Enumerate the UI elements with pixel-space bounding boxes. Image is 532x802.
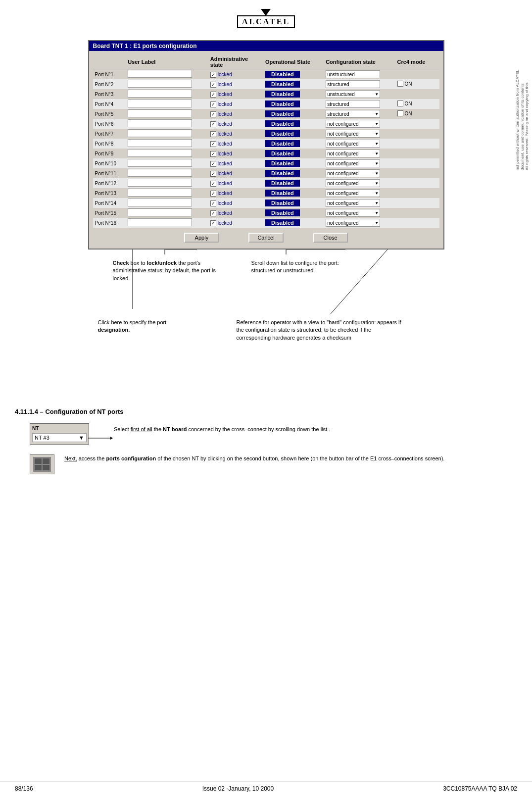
cancel-button[interactable]: Cancel xyxy=(248,233,283,243)
config-state-select[interactable]: not configured▼ xyxy=(326,179,380,187)
user-label-input[interactable] xyxy=(128,169,192,177)
config-dropdown-arrow[interactable]: ▼ xyxy=(375,191,379,196)
config-state-select[interactable]: not configured▼ xyxy=(326,150,380,157)
config-dropdown-arrow[interactable]: ▼ xyxy=(375,201,379,205)
close-button[interactable]: Close xyxy=(313,233,348,243)
op-state-badge: Disabled xyxy=(265,200,300,206)
user-label-input-cell xyxy=(126,79,208,89)
config-dropdown-arrow[interactable]: ▼ xyxy=(375,171,379,176)
user-label-input[interactable] xyxy=(128,80,192,88)
user-label-input[interactable] xyxy=(128,218,192,226)
icon-cell-3 xyxy=(35,465,42,470)
admin-checkbox[interactable] xyxy=(210,101,216,107)
user-label-input[interactable] xyxy=(128,149,192,157)
config-state-select[interactable]: not configured▼ xyxy=(326,209,380,217)
config-dropdown-arrow[interactable]: ▼ xyxy=(375,112,379,116)
admin-checkbox[interactable] xyxy=(210,161,216,167)
admin-checkbox[interactable] xyxy=(210,121,216,127)
user-label-input[interactable] xyxy=(128,129,192,137)
config-state-cell: structured xyxy=(324,99,395,109)
admin-checkbox[interactable] xyxy=(210,210,216,216)
user-label-input[interactable] xyxy=(128,189,192,197)
config-dropdown-arrow[interactable]: ▼ xyxy=(375,142,379,146)
user-label-input[interactable] xyxy=(128,70,192,78)
config-state-select[interactable]: not configured▼ xyxy=(326,219,380,227)
op-state-cell: Disabled xyxy=(263,109,324,119)
config-dropdown-arrow[interactable]: ▼ xyxy=(375,211,379,215)
config-state-value: not configured xyxy=(327,141,358,147)
config-dropdown-arrow[interactable]: ▼ xyxy=(375,181,379,186)
crc4-on-container: ON xyxy=(397,100,412,106)
admin-state-cell: locked xyxy=(208,89,263,99)
admin-checkbox[interactable] xyxy=(210,151,216,157)
user-label-input[interactable] xyxy=(128,119,192,127)
port-label: Port N°1 xyxy=(93,69,126,80)
nt-dropdown-arrow[interactable]: ▼ xyxy=(79,435,84,441)
apply-button[interactable]: Apply xyxy=(184,233,219,243)
config-state-cell: structured xyxy=(324,79,395,89)
admin-state-cell: locked xyxy=(208,109,263,119)
nt-arrow xyxy=(88,433,113,443)
user-label-input[interactable] xyxy=(128,159,192,167)
config-state-select[interactable]: unstructured xyxy=(326,70,380,78)
nt-select[interactable]: NT #3 ▼ xyxy=(32,433,87,442)
admin-checkbox[interactable] xyxy=(210,111,216,117)
config-dropdown-arrow[interactable]: ▼ xyxy=(375,132,379,136)
port-label: Port N°5 xyxy=(93,109,126,119)
config-state-value: unstructured xyxy=(327,92,355,97)
config-state-select[interactable]: not configured▼ xyxy=(326,120,380,128)
config-state-select[interactable]: not configured▼ xyxy=(326,159,380,167)
admin-checkbox[interactable] xyxy=(210,92,216,98)
config-state-select[interactable]: structured xyxy=(326,100,380,108)
config-state-select[interactable]: structured xyxy=(326,80,380,88)
table-row: Port N°2lockedDisabledstructuredON xyxy=(93,79,439,89)
config-state-cell: not configured▼ xyxy=(324,218,395,228)
crc4-checkbox[interactable] xyxy=(397,110,403,116)
crc4-checkbox[interactable] xyxy=(397,81,403,87)
ports-config-icon[interactable] xyxy=(30,454,54,474)
config-state-select[interactable]: not configured▼ xyxy=(326,199,380,207)
user-label-input[interactable] xyxy=(128,90,192,98)
op-state-badge: Disabled xyxy=(265,91,300,98)
config-dropdown-arrow[interactable]: ▼ xyxy=(375,151,379,156)
config-state-select[interactable]: not configured▼ xyxy=(326,189,380,197)
port-label: Port N°8 xyxy=(93,139,126,149)
config-state-select[interactable]: structured▼ xyxy=(326,110,380,118)
admin-checkbox[interactable] xyxy=(210,141,216,147)
config-dropdown-arrow[interactable]: ▼ xyxy=(375,221,379,225)
user-label-input[interactable] xyxy=(128,109,192,117)
config-state-select[interactable]: not configured▼ xyxy=(326,130,380,138)
user-label-input[interactable] xyxy=(128,199,192,206)
user-label-input[interactable] xyxy=(128,100,192,107)
section-title: 4.11.1.4 – Configuration of NT ports xyxy=(15,408,517,415)
doc-ref: 3CC10875AAAA TQ BJA 02 xyxy=(443,785,517,792)
config-state-select[interactable]: not configured▼ xyxy=(326,140,380,148)
op-state-cell: Disabled xyxy=(263,208,324,218)
config-state-cell: unstructured xyxy=(324,69,395,80)
user-label-input[interactable] xyxy=(128,208,192,216)
user-label-input[interactable] xyxy=(128,179,192,187)
page-header: ALCATEL xyxy=(0,0,532,30)
ports-config-description: Next, access the ports configuration of … xyxy=(64,454,502,463)
config-dropdown-arrow[interactable]: ▼ xyxy=(375,122,379,126)
admin-checkbox[interactable] xyxy=(210,82,216,88)
watermark: not permitted without written authorizat… xyxy=(515,70,530,170)
admin-checkbox[interactable] xyxy=(210,191,216,197)
config-state-select[interactable]: not configured▼ xyxy=(326,169,380,177)
config-state-select[interactable]: unstructured▼ xyxy=(326,90,380,98)
dialog-content: User Label Administrative state Operatio… xyxy=(89,51,443,249)
config-dropdown-arrow[interactable]: ▼ xyxy=(375,92,379,97)
admin-checkbox[interactable] xyxy=(210,131,216,137)
admin-label: locked xyxy=(218,220,232,226)
admin-checkbox[interactable] xyxy=(210,220,216,226)
admin-checkbox[interactable] xyxy=(210,171,216,177)
admin-checkbox[interactable] xyxy=(210,200,216,206)
table-row: Port N°3lockedDisabledunstructured▼ xyxy=(93,89,439,99)
crc4-cell: ON xyxy=(395,109,439,119)
admin-checkbox[interactable] xyxy=(210,72,216,78)
config-dropdown-arrow[interactable]: ▼ xyxy=(375,161,379,166)
user-label-input[interactable] xyxy=(128,139,192,147)
nt-box: NT NT #3 ▼ xyxy=(30,423,89,445)
crc4-checkbox[interactable] xyxy=(397,100,403,106)
admin-checkbox[interactable] xyxy=(210,181,216,187)
